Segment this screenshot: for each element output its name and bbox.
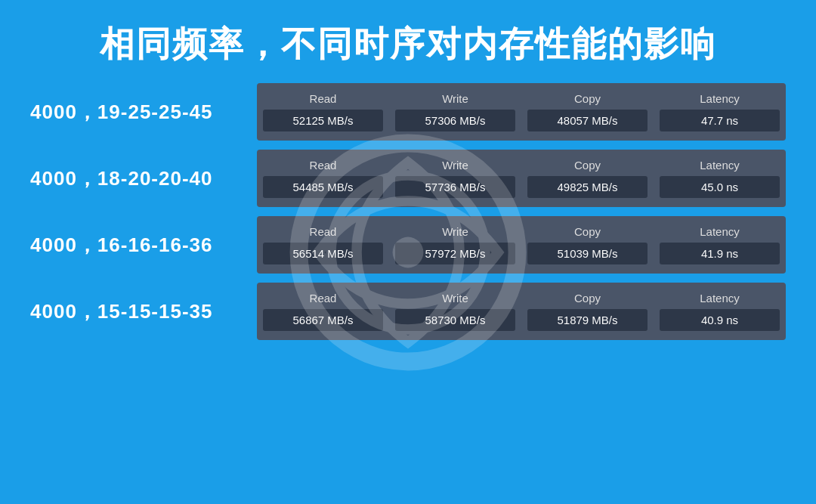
row-label-1: 4000，18-20-20-40 (30, 165, 242, 192)
benchmark-row: 4000，16-16-16-36Read56514 MB/sWrite57972… (30, 216, 786, 274)
row-label-0: 4000，19-25-25-45 (30, 99, 242, 125)
bench-col-1-3: Latency45.0 ns (654, 156, 786, 201)
bench-header-0-0: Read (310, 92, 337, 105)
bench-header-0-3: Latency (700, 92, 740, 105)
bench-value-1-3: 45.0 ns (660, 176, 780, 198)
row-label-3: 4000，15-15-15-35 (30, 298, 242, 325)
benchmark-row: 4000，15-15-15-35Read56867 MB/sWrite58730… (30, 283, 786, 340)
bench-col-0-0: Read52125 MB/s (257, 89, 389, 135)
bench-value-3-2: 51879 MB/s (527, 309, 648, 331)
bench-col-0-2: Copy48057 MB/s (521, 89, 654, 135)
bench-value-2-1: 57972 MB/s (395, 243, 515, 264)
bench-header-2-0: Read (310, 225, 337, 238)
bench-header-3-0: Read (310, 292, 337, 305)
bench-header-3-3: Latency (700, 292, 740, 305)
bench-header-0-2: Copy (574, 92, 601, 105)
bench-value-3-0: 56867 MB/s (263, 309, 383, 331)
bench-value-2-3: 41.9 ns (660, 243, 780, 264)
bench-col-2-0: Read56514 MB/s (257, 222, 389, 267)
bench-header-1-1: Write (442, 159, 468, 172)
bench-value-0-1: 57306 MB/s (395, 110, 515, 131)
bench-value-1-2: 49825 MB/s (527, 176, 648, 198)
bench-header-3-2: Copy (574, 292, 601, 305)
bench-value-2-0: 56514 MB/s (263, 243, 383, 264)
bench-header-2-3: Latency (700, 225, 740, 238)
bench-card-3: Read56867 MB/sWrite58730 MB/sCopy51879 M… (257, 283, 786, 340)
bench-col-3-1: Write58730 MB/s (389, 289, 521, 334)
bench-value-0-2: 48057 MB/s (527, 110, 648, 131)
bench-col-1-2: Copy49825 MB/s (521, 156, 654, 201)
content-area: 4000，19-25-25-45Read52125 MB/sWrite57306… (0, 83, 816, 340)
bench-value-2-2: 51039 MB/s (527, 243, 648, 264)
bench-card-2: Read56514 MB/sWrite57972 MB/sCopy51039 M… (257, 216, 786, 274)
bench-col-0-3: Latency47.7 ns (654, 89, 786, 135)
bench-value-0-3: 47.7 ns (660, 110, 780, 131)
bench-value-1-0: 54485 MB/s (263, 176, 383, 198)
bench-col-3-3: Latency40.9 ns (654, 289, 786, 334)
bench-col-3-0: Read56867 MB/s (257, 289, 389, 334)
bench-card-0: Read52125 MB/sWrite57306 MB/sCopy48057 M… (257, 83, 786, 141)
benchmark-row: 4000，19-25-25-45Read52125 MB/sWrite57306… (30, 83, 786, 141)
bench-value-0-0: 52125 MB/s (263, 110, 383, 131)
bench-header-1-0: Read (310, 159, 337, 172)
bench-header-2-1: Write (442, 225, 468, 238)
bench-col-1-0: Read54485 MB/s (257, 156, 389, 201)
row-label-2: 4000，16-16-16-36 (30, 232, 242, 258)
bench-header-3-1: Write (442, 292, 468, 305)
benchmark-row: 4000，18-20-20-40Read54485 MB/sWrite57736… (30, 150, 786, 207)
bench-col-2-1: Write57972 MB/s (389, 222, 521, 267)
bench-header-1-2: Copy (574, 159, 601, 172)
bench-header-1-3: Latency (700, 159, 740, 172)
bench-col-2-3: Latency41.9 ns (654, 222, 786, 267)
bench-col-2-2: Copy51039 MB/s (521, 222, 654, 267)
bench-col-3-2: Copy51879 MB/s (521, 289, 654, 334)
bench-header-2-2: Copy (574, 225, 601, 238)
bench-value-3-3: 40.9 ns (660, 309, 780, 331)
bench-value-1-1: 57736 MB/s (395, 176, 515, 198)
page-title: 相同频率，不同时序对内存性能的影响 (0, 0, 816, 83)
bench-header-0-1: Write (442, 92, 468, 105)
bench-value-3-1: 58730 MB/s (395, 309, 515, 331)
bench-col-1-1: Write57736 MB/s (389, 156, 521, 201)
bench-col-0-1: Write57306 MB/s (389, 89, 521, 135)
bench-card-1: Read54485 MB/sWrite57736 MB/sCopy49825 M… (257, 150, 786, 207)
